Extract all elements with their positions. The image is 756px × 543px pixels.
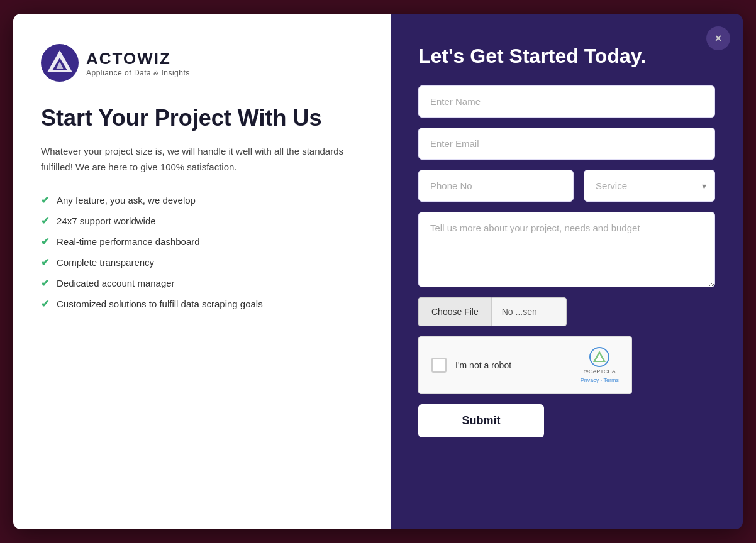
actowiz-logo-icon [41, 44, 79, 82]
recaptcha-logo-icon [589, 347, 609, 367]
feature-item: ✔Customized solutions to fulfill data sc… [41, 298, 363, 310]
logo-area: ACTOWIZ Appliance of Data & Insights [41, 44, 363, 82]
check-icon: ✔ [41, 277, 49, 289]
left-panel: ACTOWIZ Appliance of Data & Insights Sta… [13, 14, 391, 529]
check-icon: ✔ [41, 256, 49, 268]
service-select[interactable]: Service Web Scraping Data Extraction Dat… [584, 170, 715, 202]
logo-text: ACTOWIZ Appliance of Data & Insights [86, 49, 190, 77]
features-list: ✔Any feature, you ask, we develop✔24x7 s… [41, 194, 363, 310]
phone-input[interactable] [418, 170, 574, 202]
logo-tagline: Appliance of Data & Insights [86, 69, 190, 77]
recaptcha-logo-area: reCAPTCHA Privacy · Terms [581, 347, 619, 383]
recaptcha-checkbox[interactable] [431, 358, 447, 373]
right-panel: × Let's Get Started Today. Service Web S… [391, 14, 743, 529]
feature-text: Customized solutions to fulfill data scr… [57, 299, 263, 309]
feature-item: ✔Any feature, you ask, we develop [41, 194, 363, 206]
modal: ACTOWIZ Appliance of Data & Insights Sta… [13, 14, 743, 529]
logo-name: ACTOWIZ [86, 49, 190, 69]
recaptcha-links: Privacy · Terms [581, 377, 619, 383]
feature-item: ✔Real-time performance dashboard [41, 236, 363, 248]
name-input[interactable] [418, 85, 715, 118]
check-icon: ✔ [41, 236, 49, 248]
check-icon: ✔ [41, 298, 49, 310]
file-name-display: No ...sen [491, 297, 567, 326]
service-select-wrapper: Service Web Scraping Data Extraction Dat… [584, 170, 715, 202]
message-textarea[interactable] [418, 212, 715, 287]
contact-form: Service Web Scraping Data Extraction Dat… [418, 85, 715, 437]
feature-text: Real-time performance dashboard [57, 236, 200, 247]
modal-overlay: ACTOWIZ Appliance of Data & Insights Sta… [0, 0, 756, 543]
feature-item: ✔Complete transparency [41, 256, 363, 268]
feature-text: Complete transparency [57, 257, 154, 268]
check-icon: ✔ [41, 194, 49, 206]
recaptcha-label: I'm not a robot [455, 360, 572, 370]
check-icon: ✔ [41, 215, 49, 227]
file-input-wrapper: Choose File No ...sen [418, 297, 715, 326]
form-heading: Let's Get Started Today. [418, 44, 715, 68]
recaptcha-brand-text: reCAPTCHA [584, 368, 616, 376]
choose-file-button[interactable]: Choose File [418, 297, 491, 326]
email-input[interactable] [418, 128, 715, 160]
phone-service-row: Service Web Scraping Data Extraction Dat… [418, 170, 715, 202]
close-button[interactable]: × [706, 26, 730, 50]
feature-text: Any feature, you ask, we develop [57, 195, 196, 206]
left-description: Whatever your project size is, we will h… [41, 144, 363, 175]
feature-item: ✔Dedicated account manager [41, 277, 363, 289]
submit-button[interactable]: Submit [418, 404, 544, 437]
left-heading: Start Your Project With Us [41, 104, 363, 131]
feature-text: 24x7 support worldwide [57, 216, 156, 226]
feature-text: Dedicated account manager [57, 278, 175, 288]
feature-item: ✔24x7 support worldwide [41, 215, 363, 227]
recaptcha-widget[interactable]: I'm not a robot reCAPTCHA Privacy · Term… [418, 336, 632, 394]
